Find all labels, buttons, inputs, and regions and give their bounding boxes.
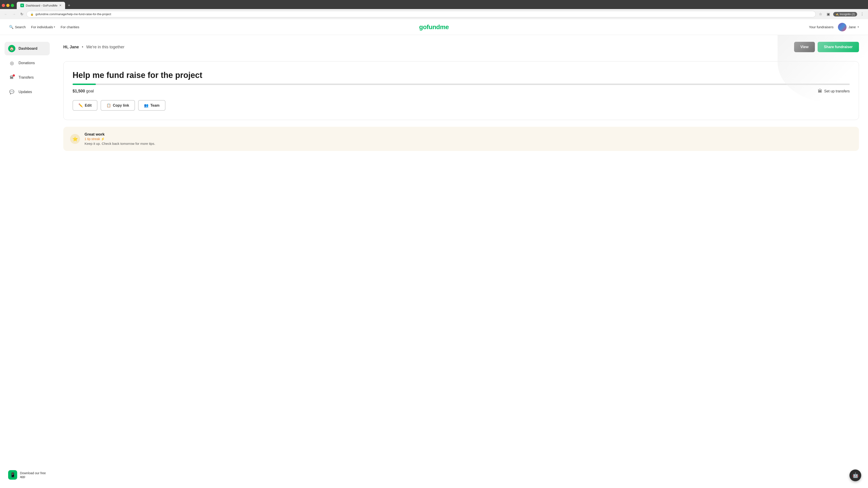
edit-icon: ✏️ <box>79 103 83 107</box>
updates-icon: 💬 <box>8 88 16 96</box>
dashboard-icon: 🏠 <box>8 45 16 52</box>
goal-amount: $1,500 <box>72 89 85 93</box>
tab-close-btn[interactable]: ✕ <box>59 4 61 7</box>
reload-btn[interactable]: ↻ <box>19 11 25 17</box>
transfers-link-icon: 🏛 <box>818 89 822 94</box>
tip-description: Keep it up. Check back tomorrow for more… <box>85 142 155 145</box>
search-label: Search <box>15 25 26 29</box>
download-app-section[interactable]: 📱 Download our free app <box>4 467 54 482</box>
chat-icon: 🤖 <box>852 473 859 478</box>
incognito-badge: 🕵 Incognito (2) <box>833 12 857 17</box>
greeting-subtitle: We're in this together <box>86 45 124 49</box>
content-header: Hi, Jane • We're in this together View S… <box>63 42 859 52</box>
close-window-btn[interactable] <box>2 4 5 7</box>
forward-btn[interactable]: → <box>11 11 17 17</box>
sidebar-toggle-btn[interactable]: ▣ <box>825 11 831 17</box>
active-tab[interactable]: G Dashboard - GoFundMe ✕ <box>17 2 65 9</box>
sidebar-item-donations[interactable]: ◎ Donations <box>4 56 50 70</box>
logo-text: gofundme <box>419 24 449 31</box>
download-app-icon: 📱 <box>8 470 17 480</box>
header-actions: View Share fundraiser <box>794 42 859 52</box>
bookmark-btn[interactable]: ☆ <box>817 11 824 17</box>
copy-icon: 📋 <box>106 103 111 107</box>
minimize-window-btn[interactable] <box>6 4 9 7</box>
sidebar-item-updates[interactable]: 💬 Updates <box>4 85 50 99</box>
donations-icon: ◎ <box>8 59 16 67</box>
for-charities-label: For charities <box>61 25 79 29</box>
sidebar-updates-label: Updates <box>19 90 32 94</box>
transfers-icon: 🏛 <box>8 74 16 81</box>
for-individuals-label: For individuals <box>31 25 53 29</box>
menu-btn[interactable]: ⋮ <box>859 11 865 17</box>
chat-button[interactable]: 🤖 <box>849 469 861 481</box>
setup-transfers-label: Set up transfers <box>824 89 850 93</box>
greeting-area: Hi, Jane • We're in this together <box>63 45 125 50</box>
tip-streak-icon: ⚡ <box>101 137 105 141</box>
url-text: gofundme.com/manage/help-me-fund-raise-f… <box>35 12 812 16</box>
progress-bar <box>72 84 850 85</box>
copy-link-button[interactable]: 📋 Copy link <box>101 100 135 111</box>
search-icon: 🔍 <box>9 25 13 29</box>
browser-chrome: G Dashboard - GoFundMe ✕ + ← → ↻ 🔒 gofun… <box>0 0 868 19</box>
goal-text: $1,500 goal <box>72 89 94 94</box>
browser-actions: ☆ ▣ 🕵 Incognito (2) ⋮ <box>817 11 865 17</box>
tip-streak-label: 1 tip streak <box>85 137 100 141</box>
incognito-icon: 🕵 <box>835 13 839 16</box>
maximize-window-btn[interactable] <box>11 4 14 7</box>
back-btn[interactable]: ← <box>3 11 9 17</box>
edit-label: Edit <box>85 103 92 107</box>
for-charities-menu[interactable]: For charities <box>61 25 79 29</box>
user-menu[interactable]: Jane ▾ <box>838 23 859 31</box>
browser-toolbar: ← → ↻ 🔒 gofundme.com/manage/help-me-fund… <box>0 9 868 19</box>
tab-bar: G Dashboard - GoFundMe ✕ + <box>0 0 868 9</box>
tab-favicon: G <box>20 4 24 7</box>
action-buttons: ✏️ Edit 📋 Copy link 👥 Team <box>72 100 850 111</box>
main-layout: 🏠 Dashboard ◎ Donations 🏛 Transfers 💬 Up… <box>0 35 868 488</box>
view-button[interactable]: View <box>794 42 815 52</box>
site-logo[interactable]: gofundme <box>419 24 449 31</box>
user-avatar <box>838 23 846 31</box>
incognito-label: Incognito (2) <box>840 13 855 16</box>
share-fundraiser-button[interactable]: Share fundraiser <box>817 42 859 52</box>
tab-title: Dashboard - GoFundMe <box>26 4 57 7</box>
tip-card: ⭐ Great work 1 tip streak ⚡ Keep it up. … <box>63 127 859 151</box>
new-tab-btn[interactable]: + <box>66 2 72 9</box>
progress-bar-fill <box>72 84 96 85</box>
greeting-separator: • <box>82 45 83 49</box>
sidebar-dashboard-label: Dashboard <box>19 46 37 51</box>
transfers-notification-dot <box>13 74 15 76</box>
security-lock-icon: 🔒 <box>30 13 34 16</box>
sidebar-item-dashboard[interactable]: 🏠 Dashboard <box>4 42 50 55</box>
window-controls <box>2 4 14 7</box>
goal-row: $1,500 goal 🏛 Set up transfers <box>72 89 850 94</box>
search-nav-item[interactable]: 🔍 Search <box>9 25 26 29</box>
user-name: Jane <box>848 25 856 29</box>
copy-link-label: Copy link <box>113 103 129 107</box>
team-button[interactable]: 👥 Team <box>138 100 165 111</box>
download-app-label: Download our free app <box>20 471 51 479</box>
tip-star-icon: ⭐ <box>70 134 80 144</box>
your-fundraisers-link[interactable]: Your fundraisers <box>809 25 834 29</box>
fundraiser-card: Help me fund raise for the project $1,50… <box>63 61 859 120</box>
for-individuals-menu[interactable]: For individuals ▾ <box>31 25 55 29</box>
setup-transfers-link[interactable]: 🏛 Set up transfers <box>818 89 850 94</box>
nav-left: 🔍 Search For individuals ▾ For charities <box>9 25 79 29</box>
goal-label: goal <box>86 89 94 93</box>
sidebar-donations-label: Donations <box>19 61 35 65</box>
for-individuals-chevron-icon: ▾ <box>54 26 55 29</box>
edit-button[interactable]: ✏️ Edit <box>72 100 97 111</box>
address-bar[interactable]: 🔒 gofundme.com/manage/help-me-fund-raise… <box>26 11 816 18</box>
main-content: Hi, Jane • We're in this together View S… <box>54 35 868 488</box>
greeting-name: Hi, Jane <box>63 45 79 49</box>
sidebar-item-transfers[interactable]: 🏛 Transfers <box>4 71 50 84</box>
team-label: Team <box>150 103 160 107</box>
user-chevron-icon: ▾ <box>858 26 859 29</box>
sidebar-transfers-label: Transfers <box>19 75 34 79</box>
tip-content: Great work 1 tip streak ⚡ Keep it up. Ch… <box>85 132 155 145</box>
sidebar: 🏠 Dashboard ◎ Donations 🏛 Transfers 💬 Up… <box>0 35 54 488</box>
site-wrapper: 🔍 Search For individuals ▾ For charities… <box>0 19 868 488</box>
fundraiser-title: Help me fund raise for the project <box>72 70 850 80</box>
nav-right: Your fundraisers Jane ▾ <box>809 23 859 31</box>
team-icon: 👥 <box>144 103 149 107</box>
top-nav: 🔍 Search For individuals ▾ For charities… <box>0 19 868 35</box>
